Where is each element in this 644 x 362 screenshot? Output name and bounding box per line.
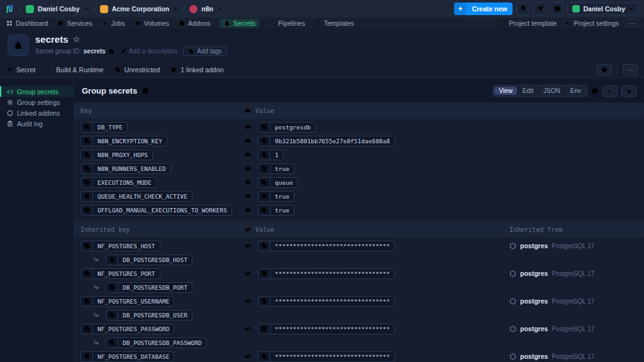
copy-value-button[interactable]	[258, 269, 270, 278]
secret-key: N8N_RUNNERS_ENABLED	[93, 164, 170, 173]
nav-secrets[interactable]: Secrets	[220, 19, 260, 28]
copy-key-button[interactable]	[81, 123, 93, 132]
copy-alias-button[interactable]	[106, 255, 118, 265]
breadcrumb-user[interactable]: Daniel Cosby	[26, 5, 89, 13]
copy-key-button[interactable]	[81, 164, 93, 173]
key-cell: NF_POSTGRES_DATABASE	[80, 351, 244, 362]
copy-key-button[interactable]	[81, 192, 93, 201]
toggle-value-visibility-button[interactable]	[244, 151, 252, 158]
copy-value-button[interactable]	[258, 136, 270, 146]
feedback-button[interactable]	[533, 3, 547, 15]
corner-down-right-icon	[93, 312, 100, 319]
nav-volumes[interactable]: Volumes	[135, 19, 169, 27]
nav-more-button[interactable]: ⋯	[626, 19, 638, 27]
add-tags-button[interactable]: Add tags	[183, 47, 226, 56]
nav-addons[interactable]: Addons	[179, 19, 211, 27]
secret-row: DB_TYPE postgresdb	[74, 120, 644, 134]
copy-value-button[interactable]	[258, 297, 270, 306]
key-chip: NF_POSTGRES_PASSWORD	[80, 324, 174, 334]
copy-value-button[interactable]	[258, 150, 270, 160]
alias-key: DB_POSTGRESDB_USER	[118, 310, 192, 320]
toggle-value-visibility-button[interactable]	[244, 206, 252, 214]
copy-key-button[interactable]	[81, 136, 93, 146]
copy-key-button[interactable]	[81, 206, 93, 215]
copy-alias-button[interactable]	[106, 338, 118, 348]
gear-icon	[7, 99, 13, 106]
addon-name[interactable]: postgres	[520, 325, 548, 332]
addon-name[interactable]: postgres	[520, 353, 548, 360]
toggle-value-visibility-button[interactable]	[244, 297, 252, 305]
notifications-button[interactable]	[516, 3, 530, 15]
user-menu[interactable]: Daniel Cosby	[567, 3, 639, 15]
toggle-value-visibility-button[interactable]	[244, 270, 252, 277]
copy-key-button[interactable]	[81, 150, 93, 160]
copy-value-button[interactable]	[258, 206, 270, 215]
gear-icon	[564, 20, 570, 26]
project-settings-button[interactable]: Project settings	[564, 19, 619, 27]
reveal-all-button[interactable]	[602, 85, 618, 97]
favorite-star-button[interactable]	[73, 36, 80, 43]
copy-value-button[interactable]	[258, 178, 270, 187]
copy-key-button[interactable]	[81, 297, 93, 306]
sidebar-item-group-secrets[interactable]: Group secrets	[0, 86, 74, 97]
project-template-button[interactable]: Project template	[499, 19, 557, 27]
reset-button[interactable]	[621, 85, 636, 97]
nav-pipelines[interactable]: Pipelines	[269, 19, 305, 27]
breadcrumb-organization[interactable]: Acme Corporation	[100, 5, 179, 13]
nav-templates[interactable]: Templates	[314, 19, 354, 27]
sidebar-item-group-settings[interactable]: Group settings	[0, 97, 74, 107]
value-cell: true	[244, 191, 509, 202]
inherited-row: NF_POSTGRES_DATABASE *******************…	[74, 349, 644, 362]
history-button[interactable]	[597, 64, 612, 75]
more-options-button[interactable]: ⋯	[623, 64, 638, 75]
mode-view-button[interactable]: View	[494, 87, 517, 95]
addon-name[interactable]: postgres	[520, 297, 548, 305]
nav-services[interactable]: Services	[57, 19, 92, 27]
copy-value-button[interactable]	[258, 241, 270, 251]
copy-alias-button[interactable]	[106, 283, 118, 292]
copy-key-button[interactable]	[81, 178, 93, 187]
copy-key-button[interactable]	[81, 352, 93, 361]
toggle-value-visibility-button[interactable]	[244, 353, 252, 360]
mode-env-button[interactable]: Env	[566, 87, 586, 95]
toggle-value-visibility-button[interactable]	[244, 137, 252, 145]
toggle-value-visibility-button[interactable]	[244, 325, 252, 332]
mode-json-button[interactable]: JSON	[539, 87, 565, 95]
copy-icon	[109, 284, 115, 290]
toggle-value-visibility-button[interactable]	[244, 123, 252, 131]
hexagon-icon	[509, 298, 516, 305]
copy-key-button[interactable]	[81, 269, 93, 278]
copy-alias-button[interactable]	[106, 310, 118, 320]
northflank-logo-icon[interactable]	[5, 4, 15, 14]
copy-key-button[interactable]	[81, 241, 93, 251]
addon-name[interactable]: postgres	[520, 242, 548, 250]
toggle-value-visibility-button[interactable]	[244, 242, 252, 250]
sidebar-item-audit-log[interactable]: Audit log	[0, 118, 74, 129]
copy-group-id-button[interactable]	[108, 48, 114, 55]
copy-value-button[interactable]	[258, 123, 270, 132]
sidebar-item-linked-addons[interactable]: Linked addons	[0, 107, 74, 118]
copy-value-button[interactable]	[258, 164, 270, 173]
addon-type: PostgreSQL 17	[552, 353, 594, 360]
copy-value-button[interactable]	[258, 352, 270, 361]
toggle-value-visibility-button[interactable]	[244, 192, 252, 200]
copy-key-button[interactable]	[81, 324, 93, 334]
key-chip: EXECUTIONS_MODE	[80, 177, 157, 188]
copy-value-button[interactable]	[258, 192, 270, 201]
hexagon-icon	[509, 270, 516, 277]
addon-name[interactable]: postgres	[520, 270, 548, 277]
create-new-button[interactable]: + Create new	[454, 3, 513, 15]
nav-jobs[interactable]: Jobs	[102, 19, 125, 27]
breadcrumb-project[interactable]: n8n	[189, 5, 223, 13]
alias-cell: DB_POSTGRESDB_PORT	[80, 282, 244, 293]
toggle-value-visibility-button[interactable]	[244, 165, 252, 172]
secret-row: N8N_PROXY_HOPS 1	[74, 148, 644, 162]
nav-dashboard[interactable]: Dashboard	[6, 19, 48, 27]
secret-row: N8N_ENCRYPTION_KEY 9b321b5801bb7655e27e8…	[74, 134, 644, 148]
add-description-button[interactable]: Add a description	[120, 48, 177, 55]
mode-edit-button[interactable]: Edit	[518, 87, 538, 95]
value-chip: 1	[258, 150, 284, 160]
help-button[interactable]	[550, 3, 564, 15]
copy-value-button[interactable]	[258, 324, 270, 334]
toggle-value-visibility-button[interactable]	[244, 178, 252, 186]
